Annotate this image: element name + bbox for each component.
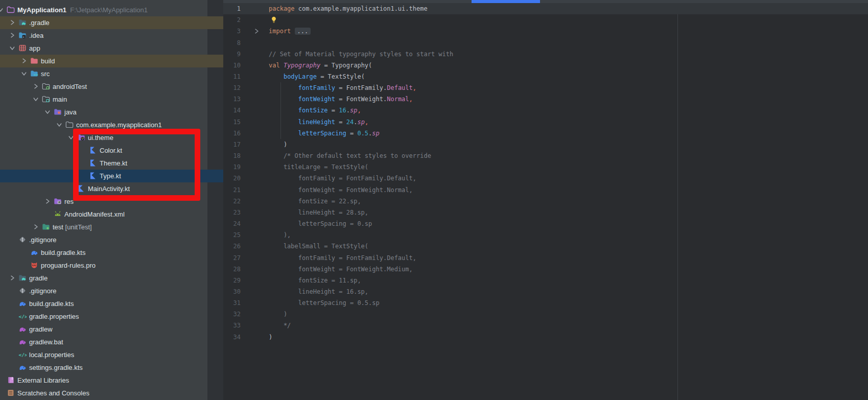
line-number[interactable]: 19 — [223, 163, 241, 171]
code-line-2[interactable]: 2 — [223, 14, 868, 26]
line-number[interactable]: 3 — [223, 28, 241, 35]
code-line-29[interactable]: 29 fontSize = 11.sp, — [223, 275, 868, 286]
tree-row-src[interactable]: <>src — [0, 67, 223, 80]
code-line-8[interactable]: 8 — [223, 37, 868, 48]
code-line-13[interactable]: 13 fontWeight = FontWeight.Normal, — [223, 93, 868, 105]
tree-row-local-properties[interactable]: </>local.properties — [0, 348, 223, 361]
code-line-27[interactable]: 27 fontFamily = FontFamily.Default, — [223, 252, 868, 263]
code-line-3[interactable]: 3import ... — [223, 26, 868, 37]
line-number[interactable]: 15 — [223, 119, 241, 126]
tree-row-test[interactable]: test [unitTest] — [0, 221, 223, 233]
code-line-31[interactable]: 31 letterSpacing = 0.5.sp — [223, 297, 868, 309]
editor-pane[interactable]: 1package com.example.myapplication1.ui.t… — [223, 0, 868, 400]
line-number[interactable]: 14 — [223, 107, 241, 114]
line-number[interactable]: 1 — [223, 5, 241, 12]
chevron-expanded-icon[interactable] — [20, 70, 28, 77]
chevron-collapsed-icon[interactable] — [9, 274, 16, 281]
line-number[interactable]: 2 — [223, 16, 241, 23]
tree-row-build[interactable]: build — [0, 55, 223, 67]
code-line-20[interactable]: 20 fontFamily = FontFamily.Default, — [223, 173, 868, 184]
folded-imports-box[interactable]: ... — [295, 28, 311, 35]
code-line-12[interactable]: 12 fontFamily = FontFamily.Default, — [223, 82, 868, 93]
tree-row-build-gradle-kts[interactable]: build.gradle.kts — [0, 297, 223, 310]
tree-row-gradlew[interactable]: gradlew — [0, 323, 223, 336]
line-number[interactable]: 26 — [223, 243, 241, 250]
tree-row-settings-gradle-kts[interactable]: settings.gradle.kts — [0, 361, 223, 374]
tree-row-gradle[interactable]: gradle — [0, 272, 223, 285]
tree-row--gitignore[interactable]: .gitignore — [0, 233, 223, 246]
line-number[interactable]: 31 — [223, 299, 241, 307]
code-line-22[interactable]: 22 fontSize = 22.sp, — [223, 196, 868, 207]
code-line-25[interactable]: 25 ), — [223, 229, 868, 241]
code-line-21[interactable]: 21 fontWeight = FontWeight.Normal, — [223, 184, 868, 196]
line-number[interactable]: 9 — [223, 51, 241, 58]
line-number[interactable]: 23 — [223, 209, 241, 216]
line-number[interactable]: 28 — [223, 266, 241, 273]
code-line-10[interactable]: 10val Typography = Typography( — [223, 60, 868, 71]
line-number[interactable]: 22 — [223, 198, 241, 205]
tree-row-androidmanifest-xml[interactable]: AndroidManifest.xml — [0, 208, 223, 221]
chevron-collapsed-icon[interactable] — [32, 223, 39, 230]
code-area[interactable]: 1package com.example.myapplication1.ui.t… — [223, 3, 868, 343]
line-number[interactable]: 13 — [223, 96, 241, 103]
code-line-17[interactable]: 17 ) — [223, 139, 868, 150]
code-line-32[interactable]: 32 ) — [223, 309, 868, 320]
chevron-expanded-icon[interactable] — [32, 96, 39, 103]
line-number[interactable]: 10 — [223, 62, 241, 69]
tree-row-proguard-rules-pro[interactable]: proguard-rules.pro — [0, 259, 223, 272]
tree-row--idea[interactable]: .idea — [0, 29, 223, 42]
line-number[interactable]: 16 — [223, 130, 241, 137]
chevron-collapsed-icon[interactable] — [20, 57, 28, 64]
tree-row--gitignore[interactable]: .gitignore — [0, 285, 223, 297]
line-number[interactable]: 24 — [223, 220, 241, 227]
chevron-collapsed-icon[interactable] — [44, 198, 51, 205]
chevron-collapsed-icon[interactable] — [9, 19, 16, 26]
chevron-collapsed-icon[interactable] — [32, 83, 39, 90]
line-number[interactable]: 29 — [223, 277, 241, 284]
code-line-24[interactable]: 24 letterSpacing = 0.sp — [223, 218, 868, 229]
code-line-28[interactable]: 28 fontWeight = FontWeight.Medium, — [223, 264, 868, 275]
code-line-33[interactable]: 33 */ — [223, 320, 868, 331]
line-number[interactable]: 25 — [223, 231, 241, 239]
tree-row-gradlew-bat[interactable]: gradlew.bat — [0, 336, 223, 348]
tree-row-main[interactable]: main — [0, 93, 223, 106]
tree-row-build-gradle-kts[interactable]: build.gradle.kts — [0, 246, 223, 259]
chevron-expanded-icon[interactable] — [9, 44, 16, 52]
line-number[interactable]: 33 — [223, 322, 241, 329]
tree-row-myapplication1[interactable]: MyApplication1 F:\Jetpack\MyApplication1 — [0, 4, 223, 16]
code-line-30[interactable]: 30 lineHeight = 16.sp, — [223, 286, 868, 297]
line-number[interactable]: 12 — [223, 84, 241, 91]
tree-row-external-libraries[interactable]: External Libraries — [0, 374, 223, 387]
code-line-18[interactable]: 18 /* Other default text styles to overr… — [223, 150, 868, 161]
code-line-9[interactable]: 9// Set of Material typography styles to… — [223, 49, 868, 60]
code-line-14[interactable]: 14 fontSize = 16.sp, — [223, 105, 868, 116]
line-number[interactable]: 32 — [223, 311, 241, 318]
tree-row-app[interactable]: app — [0, 42, 223, 55]
fold-chevron-icon[interactable] — [253, 28, 260, 36]
tree-row--gradle[interactable]: .gradle — [0, 16, 223, 29]
code-line-16[interactable]: 16 letterSpacing = 0.5.sp — [223, 128, 868, 139]
line-number[interactable]: 21 — [223, 186, 241, 194]
code-line-11[interactable]: 11 bodyLarge = TextStyle( — [223, 71, 868, 82]
line-number[interactable]: 34 — [223, 334, 241, 341]
chevron-expanded-icon[interactable] — [44, 108, 51, 115]
code-line-15[interactable]: 15 lineHeight = 24.sp, — [223, 116, 868, 128]
code-line-23[interactable]: 23 lineHeight = 28.sp, — [223, 207, 868, 218]
tree-row-gradle-properties[interactable]: </>gradle.properties — [0, 310, 223, 323]
line-number[interactable]: 8 — [223, 39, 241, 46]
line-number[interactable]: 27 — [223, 254, 241, 262]
chevron-expanded-icon[interactable] — [0, 6, 4, 13]
tree-row-java[interactable]: java — [0, 106, 223, 119]
line-number[interactable]: 11 — [223, 73, 241, 80]
code-line-34[interactable]: 34) — [223, 332, 868, 343]
chevron-collapsed-icon[interactable] — [9, 32, 16, 39]
intention-bulb-icon[interactable] — [270, 16, 278, 24]
tree-row-androidtest[interactable]: androidTest — [0, 80, 223, 93]
code-line-19[interactable]: 19 titleLarge = TextStyle( — [223, 161, 868, 173]
code-line-26[interactable]: 26 labelSmall = TextStyle( — [223, 241, 868, 252]
line-number[interactable]: 18 — [223, 152, 241, 159]
code-line-1[interactable]: 1package com.example.myapplication1.ui.t… — [223, 3, 868, 14]
line-number[interactable]: 30 — [223, 288, 241, 295]
chevron-expanded-icon[interactable] — [56, 121, 63, 128]
tree-row-scratches-and-consoles[interactable]: Scratches and Consoles — [0, 387, 223, 399]
